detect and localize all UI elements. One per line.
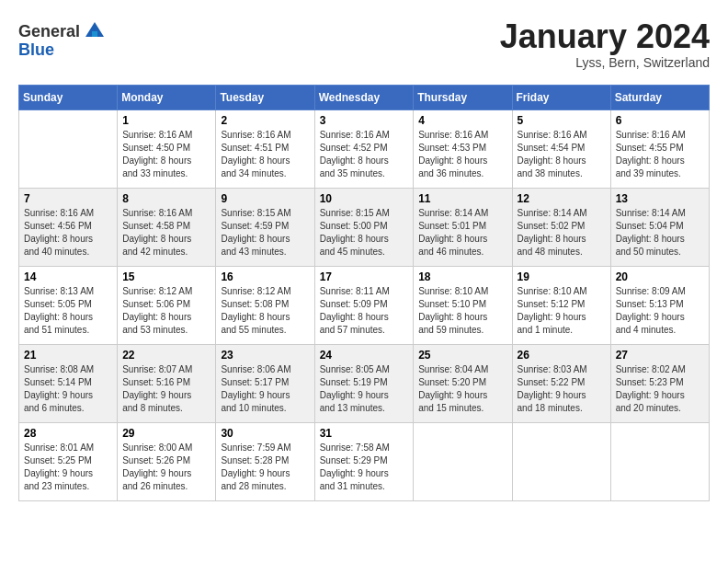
daylight-text-line1: Daylight: 8 hours bbox=[518, 233, 606, 246]
calendar-cell: 3Sunrise: 8:16 AMSunset: 4:52 PMDaylight… bbox=[314, 109, 414, 188]
daylight-text-line1: Daylight: 9 hours bbox=[616, 389, 704, 402]
daylight-text-line2: and 8 minutes. bbox=[122, 402, 210, 415]
sunset-text: Sunset: 5:22 PM bbox=[518, 376, 606, 389]
daylight-text-line2: and 45 minutes. bbox=[320, 246, 409, 259]
day-info: Sunrise: 7:58 AMSunset: 5:29 PMDaylight:… bbox=[320, 442, 409, 493]
daylight-text-line2: and 43 minutes. bbox=[221, 246, 309, 259]
calendar-cell: 8Sunrise: 8:16 AMSunset: 4:58 PMDaylight… bbox=[118, 188, 216, 266]
daylight-text-line2: and 39 minutes. bbox=[616, 167, 704, 180]
sunset-text: Sunset: 4:59 PM bbox=[221, 220, 309, 233]
sunrise-text: Sunrise: 8:07 AM bbox=[122, 363, 210, 376]
daylight-text-line1: Daylight: 8 hours bbox=[418, 233, 506, 246]
sunset-text: Sunset: 5:17 PM bbox=[221, 376, 309, 389]
day-info: Sunrise: 8:16 AMSunset: 4:52 PMDaylight:… bbox=[320, 129, 409, 180]
calendar-cell: 5Sunrise: 8:16 AMSunset: 4:54 PMDaylight… bbox=[512, 109, 610, 188]
day-number: 10 bbox=[320, 192, 409, 205]
calendar-cell: 25Sunrise: 8:04 AMSunset: 5:20 PMDayligh… bbox=[414, 344, 512, 422]
title-section: January 2024 Lyss, Bern, Switzerland bbox=[500, 18, 710, 70]
sunset-text: Sunset: 5:13 PM bbox=[616, 298, 704, 311]
sunrise-text: Sunrise: 8:10 AM bbox=[518, 285, 606, 298]
daylight-text-line2: and 38 minutes. bbox=[518, 167, 606, 180]
day-number: 4 bbox=[418, 114, 506, 127]
sunset-text: Sunset: 4:50 PM bbox=[122, 142, 210, 155]
day-number: 9 bbox=[221, 192, 309, 205]
calendar-cell: 16Sunrise: 8:12 AMSunset: 5:08 PMDayligh… bbox=[216, 266, 314, 344]
sunrise-text: Sunrise: 8:15 AM bbox=[320, 207, 409, 220]
daylight-text-line2: and 53 minutes. bbox=[122, 324, 210, 337]
day-number: 6 bbox=[616, 114, 704, 127]
sunrise-text: Sunrise: 8:16 AM bbox=[24, 207, 112, 220]
sunset-text: Sunset: 4:55 PM bbox=[616, 142, 704, 155]
daylight-text-line2: and 4 minutes. bbox=[616, 324, 704, 337]
day-number: 17 bbox=[320, 270, 409, 283]
sunrise-text: Sunrise: 8:05 AM bbox=[320, 363, 409, 376]
calendar-cell: 2Sunrise: 8:16 AMSunset: 4:51 PMDaylight… bbox=[216, 109, 314, 188]
daylight-text-line2: and 55 minutes. bbox=[221, 324, 309, 337]
daylight-text-line1: Daylight: 8 hours bbox=[616, 155, 704, 167]
daylight-text-line1: Daylight: 9 hours bbox=[320, 467, 409, 480]
day-number: 16 bbox=[221, 270, 309, 283]
day-info: Sunrise: 8:16 AMSunset: 4:56 PMDaylight:… bbox=[24, 207, 112, 259]
sunset-text: Sunset: 5:29 PM bbox=[320, 454, 409, 467]
month-title: January 2024 bbox=[500, 18, 710, 55]
calendar-cell bbox=[512, 422, 610, 500]
header-sunday: Sunday bbox=[19, 85, 118, 109]
day-info: Sunrise: 8:16 AMSunset: 4:58 PMDaylight:… bbox=[122, 207, 210, 259]
sunrise-text: Sunrise: 8:16 AM bbox=[518, 129, 606, 142]
sunset-text: Sunset: 4:52 PM bbox=[320, 142, 409, 155]
daylight-text-line2: and 10 minutes. bbox=[221, 402, 309, 415]
daylight-text-line1: Daylight: 8 hours bbox=[221, 155, 309, 167]
location-subtitle: Lyss, Bern, Switzerland bbox=[500, 55, 710, 70]
day-number: 7 bbox=[24, 192, 112, 205]
day-number: 21 bbox=[24, 349, 112, 362]
daylight-text-line1: Daylight: 8 hours bbox=[616, 233, 704, 246]
sunrise-text: Sunrise: 8:16 AM bbox=[616, 129, 704, 142]
daylight-text-line1: Daylight: 9 hours bbox=[122, 467, 210, 480]
daylight-text-line1: Daylight: 8 hours bbox=[320, 155, 409, 167]
calendar-cell: 14Sunrise: 8:13 AMSunset: 5:05 PMDayligh… bbox=[19, 266, 118, 344]
sunrise-text: Sunrise: 8:09 AM bbox=[616, 285, 704, 298]
sunset-text: Sunset: 4:51 PM bbox=[221, 142, 309, 155]
daylight-text-line1: Daylight: 9 hours bbox=[616, 311, 704, 324]
calendar-cell: 7Sunrise: 8:16 AMSunset: 4:56 PMDaylight… bbox=[19, 188, 118, 266]
daylight-text-line2: and 26 minutes. bbox=[122, 480, 210, 493]
daylight-text-line2: and 23 minutes. bbox=[24, 480, 112, 493]
sunrise-text: Sunrise: 8:16 AM bbox=[418, 129, 506, 142]
day-info: Sunrise: 8:05 AMSunset: 5:19 PMDaylight:… bbox=[320, 363, 409, 415]
sunrise-text: Sunrise: 8:15 AM bbox=[221, 207, 309, 220]
daylight-text-line1: Daylight: 9 hours bbox=[24, 467, 112, 480]
daylight-text-line1: Daylight: 8 hours bbox=[221, 311, 309, 324]
day-info: Sunrise: 8:01 AMSunset: 5:25 PMDaylight:… bbox=[24, 442, 112, 493]
day-info: Sunrise: 8:15 AMSunset: 5:00 PMDaylight:… bbox=[320, 207, 409, 259]
daylight-text-line1: Daylight: 8 hours bbox=[24, 233, 112, 246]
calendar-cell: 17Sunrise: 8:11 AMSunset: 5:09 PMDayligh… bbox=[314, 266, 414, 344]
calendar-week-row: 1Sunrise: 8:16 AMSunset: 4:50 PMDaylight… bbox=[19, 109, 710, 188]
sunrise-text: Sunrise: 7:58 AM bbox=[320, 442, 409, 454]
day-number: 12 bbox=[518, 192, 606, 205]
daylight-text-line2: and 33 minutes. bbox=[122, 167, 210, 180]
sunset-text: Sunset: 5:26 PM bbox=[122, 454, 210, 467]
day-number: 3 bbox=[320, 114, 409, 127]
sunrise-text: Sunrise: 8:04 AM bbox=[418, 363, 506, 376]
sunset-text: Sunset: 4:56 PM bbox=[24, 220, 112, 233]
day-number: 27 bbox=[616, 349, 704, 362]
svg-rect-1 bbox=[92, 31, 97, 37]
logo-blue-text: Blue bbox=[18, 40, 54, 60]
calendar-header-row: SundayMondayTuesdayWednesdayThursdayFrid… bbox=[19, 85, 710, 109]
sunrise-text: Sunrise: 8:12 AM bbox=[122, 285, 210, 298]
sunset-text: Sunset: 5:28 PM bbox=[221, 454, 309, 467]
daylight-text-line1: Daylight: 8 hours bbox=[24, 311, 112, 324]
header-thursday: Thursday bbox=[414, 85, 512, 109]
sunset-text: Sunset: 5:04 PM bbox=[616, 220, 704, 233]
calendar-cell: 27Sunrise: 8:02 AMSunset: 5:23 PMDayligh… bbox=[610, 344, 709, 422]
day-number: 5 bbox=[518, 114, 606, 127]
header-saturday: Saturday bbox=[610, 85, 709, 109]
calendar-cell bbox=[610, 422, 709, 500]
day-info: Sunrise: 8:06 AMSunset: 5:17 PMDaylight:… bbox=[221, 363, 309, 415]
sunset-text: Sunset: 4:54 PM bbox=[518, 142, 606, 155]
day-info: Sunrise: 8:16 AMSunset: 4:50 PMDaylight:… bbox=[122, 129, 210, 180]
daylight-text-line2: and 15 minutes. bbox=[418, 402, 506, 415]
sunset-text: Sunset: 5:16 PM bbox=[122, 376, 210, 389]
sunrise-text: Sunrise: 8:14 AM bbox=[616, 207, 704, 220]
daylight-text-line2: and 31 minutes. bbox=[320, 480, 409, 493]
